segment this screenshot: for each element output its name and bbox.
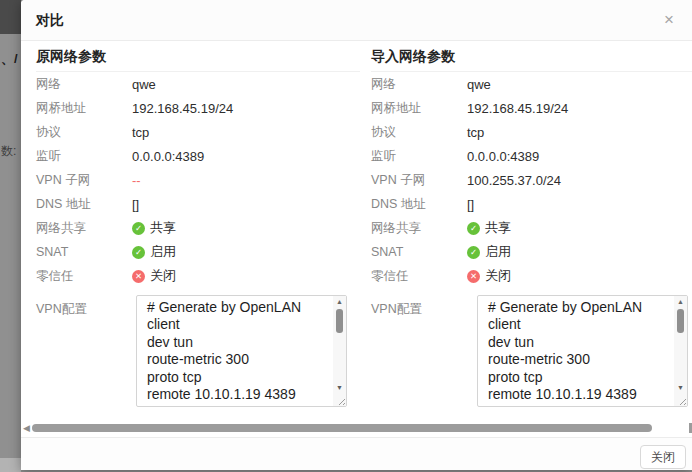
close-button[interactable]: 关闭 bbox=[640, 445, 686, 469]
param-label: SNAT bbox=[36, 245, 132, 259]
param-row-bridge-address: 网桥地址 192.168.45.19/24 bbox=[36, 96, 360, 120]
param-row-zero-trust: 零信任 ✕ 关闭 bbox=[371, 264, 692, 288]
param-value: 0.0.0.0:4389 bbox=[132, 149, 204, 164]
param-row-protocol: 协议 tcp bbox=[36, 120, 360, 144]
param-label: 网络 bbox=[371, 76, 467, 93]
param-label: 网桥地址 bbox=[371, 100, 467, 117]
check-circle-icon: ✓ bbox=[132, 246, 145, 259]
param-label: 网络共享 bbox=[371, 220, 467, 237]
scroll-up-icon[interactable]: ▲ bbox=[333, 298, 346, 305]
param-value: [] bbox=[132, 197, 139, 212]
param-label: 零信任 bbox=[36, 268, 132, 285]
vpn-config-textarea[interactable]: # Generate by OpenLAN client dev tun rou… bbox=[136, 295, 347, 407]
param-value: tcp bbox=[132, 125, 149, 140]
param-row-network-share: 网络共享 ✓ 共享 bbox=[36, 216, 360, 240]
param-row-network: 网络 qwe bbox=[36, 72, 360, 96]
param-label: VPN 子网 bbox=[36, 172, 132, 189]
section-title: 原网络参数 bbox=[36, 46, 360, 72]
param-label: VPN配置 bbox=[36, 301, 87, 318]
scroll-down-icon[interactable]: ▼ bbox=[333, 384, 346, 391]
param-row-dns-address: DNS 地址 [] bbox=[371, 192, 692, 216]
dialog-header: 对比 × bbox=[21, 0, 692, 41]
param-value: ✓ 启用 bbox=[467, 243, 511, 261]
background-breadcrumb-fragment: 、/ bbox=[1, 50, 21, 68]
param-row-dns-address: DNS 地址 [] bbox=[36, 192, 360, 216]
param-row-snat: SNAT ✓ 启用 bbox=[371, 240, 692, 264]
param-label: VPN配置 bbox=[371, 301, 422, 318]
param-row-listen: 监听 0.0.0.0:4389 bbox=[371, 144, 692, 168]
horizontal-scrollbar[interactable]: ◀ bbox=[21, 421, 692, 435]
scrollbar-thumb[interactable] bbox=[336, 309, 343, 333]
param-label: 网络共享 bbox=[36, 220, 132, 237]
param-row-vpn-subnet: VPN 子网 100.255.37.0/24 bbox=[371, 168, 692, 192]
scrollbar-thumb[interactable] bbox=[677, 309, 684, 333]
param-label: 网络 bbox=[36, 76, 132, 93]
param-value: ✕ 关闭 bbox=[467, 267, 511, 285]
param-label: 协议 bbox=[36, 124, 132, 141]
param-row-vpn-subnet: VPN 子网 -- bbox=[36, 168, 360, 192]
close-icon[interactable]: × bbox=[664, 11, 674, 29]
textarea-scrollbar[interactable]: ▲ ▼ bbox=[674, 296, 687, 406]
param-row-network-share: 网络共享 ✓ 共享 bbox=[371, 216, 692, 240]
param-value: qwe bbox=[467, 77, 491, 92]
param-label: 监听 bbox=[36, 148, 132, 165]
vpn-config-row: VPN配置 # Generate by OpenLAN client dev t… bbox=[36, 295, 360, 415]
param-value: 100.255.37.0/24 bbox=[467, 173, 561, 188]
section-title: 导入网络参数 bbox=[371, 46, 692, 72]
dialog-footer: 关闭 bbox=[21, 437, 692, 470]
check-circle-icon: ✓ bbox=[132, 222, 145, 235]
background-count-fragment: 数: bbox=[1, 143, 21, 160]
imported-params-section: 导入网络参数 网络 qwe 网桥地址 192.168.45.19/24 协议 t… bbox=[371, 46, 692, 415]
scroll-down-icon[interactable]: ▼ bbox=[674, 384, 687, 391]
param-label: SNAT bbox=[371, 245, 467, 259]
hscrollbar-thumb[interactable] bbox=[32, 424, 652, 432]
scroll-left-icon[interactable]: ◀ bbox=[23, 423, 30, 433]
param-value: 192.168.45.19/24 bbox=[467, 101, 568, 116]
check-circle-icon: ✓ bbox=[467, 246, 480, 259]
param-value: [] bbox=[467, 197, 474, 212]
status-text: 关闭 bbox=[150, 267, 176, 285]
close-circle-icon: ✕ bbox=[132, 270, 145, 283]
dialog-title: 对比 bbox=[36, 0, 64, 41]
status-text: 启用 bbox=[485, 243, 511, 261]
param-label: 协议 bbox=[371, 124, 467, 141]
status-text: 共享 bbox=[485, 219, 511, 237]
vpn-config-text: # Generate by OpenLAN client dev tun rou… bbox=[137, 296, 332, 406]
param-label: 零信任 bbox=[371, 268, 467, 285]
param-value: ✕ 关闭 bbox=[132, 267, 176, 285]
param-row-listen: 监听 0.0.0.0:4389 bbox=[36, 144, 360, 168]
background-footer-strip bbox=[0, 458, 21, 472]
param-row-zero-trust: 零信任 ✕ 关闭 bbox=[36, 264, 360, 288]
param-label: 网桥地址 bbox=[36, 100, 132, 117]
status-text: 启用 bbox=[150, 243, 176, 261]
close-circle-icon: ✕ bbox=[467, 270, 480, 283]
param-value: ✓ 共享 bbox=[467, 219, 511, 237]
background-topbar bbox=[0, 0, 21, 34]
original-params-section: 原网络参数 网络 qwe 网桥地址 192.168.45.19/24 协议 tc… bbox=[36, 46, 360, 415]
status-text: 共享 bbox=[150, 219, 176, 237]
scroll-up-icon[interactable]: ▲ bbox=[674, 298, 687, 305]
param-label: DNS 地址 bbox=[371, 196, 467, 213]
vpn-config-text: # Generate by OpenLAN client dev tun rou… bbox=[478, 296, 673, 406]
param-value: ✓ 共享 bbox=[132, 219, 176, 237]
compare-dialog: 对比 × 原网络参数 网络 qwe 网桥地址 192.168.45.19/24 … bbox=[21, 0, 692, 470]
param-value: 0.0.0.0:4389 bbox=[467, 149, 539, 164]
param-label: 监听 bbox=[371, 148, 467, 165]
param-row-network: 网络 qwe bbox=[371, 72, 692, 96]
vpn-config-row: VPN配置 # Generate by OpenLAN client dev t… bbox=[371, 295, 692, 415]
textarea-scrollbar[interactable]: ▲ ▼ bbox=[333, 296, 346, 406]
param-label: VPN 子网 bbox=[371, 172, 467, 189]
param-value: 192.168.45.19/24 bbox=[132, 101, 233, 116]
param-value-diff: -- bbox=[132, 173, 141, 188]
param-row-snat: SNAT ✓ 启用 bbox=[36, 240, 360, 264]
param-value: ✓ 启用 bbox=[132, 243, 176, 261]
param-value: tcp bbox=[467, 125, 484, 140]
param-row-protocol: 协议 tcp bbox=[371, 120, 692, 144]
check-circle-icon: ✓ bbox=[467, 222, 480, 235]
param-value: qwe bbox=[132, 77, 156, 92]
param-row-bridge-address: 网桥地址 192.168.45.19/24 bbox=[371, 96, 692, 120]
param-label: DNS 地址 bbox=[36, 196, 132, 213]
vpn-config-textarea[interactable]: # Generate by OpenLAN client dev tun rou… bbox=[477, 295, 688, 407]
status-text: 关闭 bbox=[485, 267, 511, 285]
